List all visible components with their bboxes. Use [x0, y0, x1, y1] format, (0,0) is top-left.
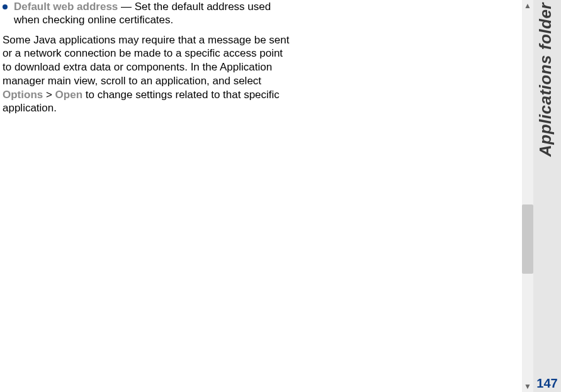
bullet-body: Default web address — Set the default ad… — [14, 0, 292, 27]
text-column: Default web address — Set the default ad… — [3, 0, 292, 115]
bullet-item: Default web address — Set the default ad… — [3, 0, 292, 27]
scrollbar-track[interactable] — [522, 0, 533, 392]
scroll-down-icon[interactable]: ▼ — [522, 381, 533, 392]
bullet-dot-icon — [3, 4, 8, 9]
scroll-up-icon[interactable]: ▲ — [522, 0, 533, 11]
paragraph: Some Java applications may require that … — [3, 33, 292, 116]
section-title: Applications folder — [536, 3, 558, 157]
para-gt: > — [43, 89, 55, 101]
bullet-term: Default web address — [14, 1, 118, 13]
options-label: Options — [3, 89, 43, 101]
bullet-dash: — — [118, 1, 134, 13]
para-text-1: Some Java applications may require that … — [3, 34, 289, 87]
side-tab: Applications folder 147 — [533, 0, 561, 392]
page-number: 147 — [533, 376, 561, 391]
open-label: Open — [55, 89, 82, 101]
page: Default web address — Set the default ad… — [0, 0, 561, 392]
scrollbar-thumb[interactable] — [522, 204, 533, 274]
